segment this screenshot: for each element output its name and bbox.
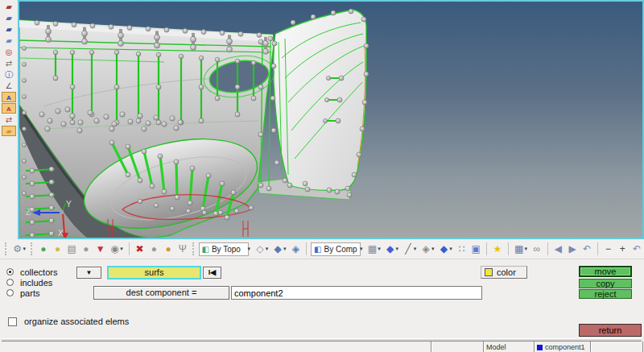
radio-includes-label: includes xyxy=(20,278,52,288)
geometry-color-mode-select[interactable]: ◧By Topo xyxy=(199,242,249,256)
organize-elems-label: organize associated elems xyxy=(24,317,129,326)
status-model-cell[interactable]: Model xyxy=(483,342,534,352)
shaded-features-icon[interactable]: ◈ xyxy=(419,242,432,256)
performance-monitor-icon[interactable]: ▣ xyxy=(469,242,482,256)
shaded-geometry-icon[interactable]: ◆ xyxy=(271,242,284,256)
dropdown-caret-icon[interactable]: ▾ xyxy=(414,246,419,252)
graphics-area[interactable]: Z Y X xyxy=(18,0,644,239)
label-abc-blue-icon[interactable]: A xyxy=(2,92,16,102)
radio-includes-control[interactable] xyxy=(6,279,14,286)
dropdown-caret-icon[interactable]: ▾ xyxy=(283,246,288,252)
toolbar-grip[interactable] xyxy=(5,242,8,255)
wireframe-plate-icon[interactable]: ▰ xyxy=(2,24,16,35)
spheres-highlight-icon[interactable]: ● xyxy=(162,242,175,256)
move-button[interactable]: move xyxy=(579,266,632,277)
feature-lines-icon[interactable]: ╱ xyxy=(402,242,415,256)
unmask-adjacent-icon[interactable]: ● xyxy=(80,242,93,256)
dest-component-input[interactable] xyxy=(231,286,482,300)
dropdown-caret-icon[interactable]: ▾ xyxy=(378,246,382,252)
door-panel-model: Z Y X xyxy=(19,2,642,238)
panels-grid-icon[interactable]: ▦ xyxy=(513,242,526,256)
dropdown-caret-icon[interactable]: ▾ xyxy=(431,246,436,252)
svg-text:X: X xyxy=(58,229,64,238)
wireframe-elements-icon[interactable]: ▦ xyxy=(366,242,379,256)
wireframe-geometry-icon[interactable]: ◇ xyxy=(254,242,266,256)
mask-entities-icon[interactable]: ● xyxy=(37,242,50,256)
organize-panel: collectors includes parts ▼ surfs I◀ des… xyxy=(0,259,644,338)
toolbar-separator xyxy=(306,242,307,255)
undo-view-icon[interactable]: ↶ xyxy=(580,242,593,256)
view-orientation-icon[interactable]: ▰ xyxy=(2,2,16,12)
radio-parts-control[interactable] xyxy=(6,289,14,296)
svg-text:Y: Y xyxy=(66,200,72,209)
radio-parts-label: parts xyxy=(20,288,39,298)
find-entities-icon[interactable]: ◉ xyxy=(109,242,122,256)
nav-back-icon[interactable]: ◀ xyxy=(552,242,565,256)
plate-outline-icon[interactable]: ▰ xyxy=(2,35,16,46)
organize-elems-checkbox-row[interactable]: organize associated elems xyxy=(8,317,129,326)
delete-entities-icon[interactable]: ✖ xyxy=(134,242,147,256)
spheres-display-icon[interactable]: ● xyxy=(147,242,160,256)
measure-angle-icon[interactable]: ∠ xyxy=(2,81,16,91)
numbers-info-icon[interactable]: ⓘ xyxy=(2,69,16,80)
connector-tree-icon[interactable]: Ψ xyxy=(176,242,189,256)
reset-view-icon[interactable]: ↶ xyxy=(630,242,643,256)
toolbar-grip[interactable] xyxy=(31,242,34,255)
svg-text:Z: Z xyxy=(26,208,31,217)
display-options-gear-icon[interactable]: ⚙ xyxy=(11,242,24,256)
mask-reverse-icon[interactable]: ▼ xyxy=(94,242,107,256)
radio-includes[interactable]: includes xyxy=(6,277,52,288)
selection-switch-button[interactable]: I◀ xyxy=(203,267,221,279)
toolbar-separator xyxy=(547,242,548,255)
entity-selector-field[interactable]: surfs xyxy=(107,266,201,280)
dropdown-caret-icon[interactable]: ▾ xyxy=(120,246,125,252)
radio-collectors[interactable]: collectors xyxy=(6,267,57,277)
element-color-mode-select-label: By Comp xyxy=(324,245,357,254)
dropdown-caret-icon[interactable]: ▾ xyxy=(248,246,253,252)
element-handles-icon[interactable]: ◆ xyxy=(437,242,450,256)
element-color-mode-select[interactable]: ◧By Comp xyxy=(311,242,361,256)
dropdown-caret-icon[interactable]: ▾ xyxy=(449,246,454,252)
dropdown-caret-icon[interactable]: ▾ xyxy=(524,246,529,252)
visualization-cluster-icon[interactable]: ∷ xyxy=(456,242,469,256)
zoom-in-icon[interactable]: + xyxy=(616,242,629,256)
label-abc-red-icon[interactable]: A xyxy=(2,103,16,114)
reject-button[interactable]: reject xyxy=(579,289,632,299)
color-button-label: color xyxy=(497,267,516,277)
status-fill xyxy=(0,342,431,352)
hypermesh-window: ▰▰▰▰◎⇄ⓘ∠AA⇄▰ xyxy=(0,0,644,352)
entity-arrows-icon[interactable]: ⇄ xyxy=(2,114,16,125)
toolbar-separator xyxy=(597,242,598,255)
copy-button[interactable]: copy xyxy=(579,279,632,288)
link-dogbone-icon[interactable]: ∞ xyxy=(530,242,543,256)
entity-type-dropdown[interactable]: ▼ xyxy=(76,267,101,279)
toolbar-grip[interactable] xyxy=(192,242,196,255)
return-button[interactable]: return xyxy=(579,324,642,337)
radio-parts[interactable]: parts xyxy=(6,288,39,298)
status-empty-cell-2 xyxy=(590,342,643,352)
shaded-plate-icon[interactable]: ▰ xyxy=(2,13,16,23)
dropdown-caret-icon[interactable]: ▾ xyxy=(23,246,28,252)
status-current-component-cell[interactable]: component1 xyxy=(534,342,590,352)
unmask-entities-icon[interactable]: ● xyxy=(52,242,64,256)
dropdown-caret-icon[interactable]: ▾ xyxy=(360,246,365,252)
zoom-out-icon[interactable]: − xyxy=(602,242,615,256)
toolbar-separator xyxy=(508,242,509,255)
nav-forward-icon[interactable]: ▶ xyxy=(566,242,579,256)
dest-component-button[interactable]: dest component = xyxy=(93,286,229,300)
mask-panel-icon[interactable]: ▤ xyxy=(65,242,78,256)
orange-plate-icon[interactable]: ▰ xyxy=(2,126,16,136)
favorites-star-icon[interactable]: ★ xyxy=(491,242,504,256)
shaded-elements-icon[interactable]: ◆ xyxy=(384,242,397,256)
display-toolbar: ⚙▾●●▤●▼◉▾✖●●Ψ◧By Topo▾◇▾◆▾◈◧By Comp▾▦▾◆▾… xyxy=(0,239,644,259)
shaded-geometry-edges-icon[interactable]: ◈ xyxy=(289,242,302,256)
vector-display-icon[interactable]: ⇄ xyxy=(2,58,16,68)
toolbar-separator xyxy=(486,242,487,255)
radio-collectors-control[interactable] xyxy=(6,268,14,275)
dropdown-caret-icon[interactable]: ▾ xyxy=(266,246,270,252)
dropdown-caret-icon[interactable]: ▾ xyxy=(396,246,401,252)
toolbar-separator xyxy=(129,242,130,255)
clipping-off-icon[interactable]: ◎ xyxy=(2,47,16,57)
organize-elems-checkbox[interactable] xyxy=(8,317,17,326)
color-button[interactable]: color xyxy=(481,266,527,279)
